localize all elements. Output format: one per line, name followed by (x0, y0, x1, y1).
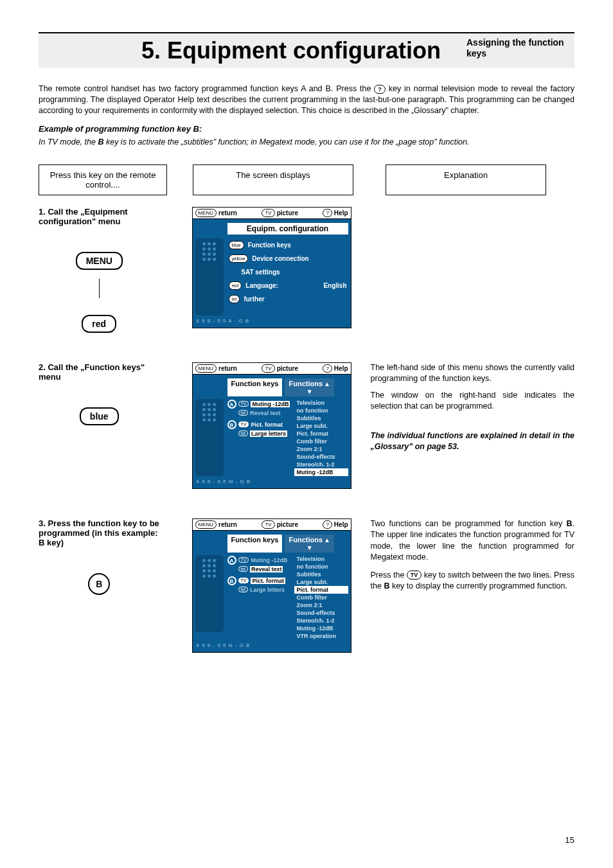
step2-label: 2. Call the „Function keys" menu (39, 362, 160, 382)
title-banner: 5. Equipment configuration Assigning the… (39, 32, 574, 68)
column-headers: Press this key on the remote control....… (39, 164, 574, 195)
tv-key-icon: TV (407, 571, 422, 580)
step3-label: 3. Press the function key to be programm… (39, 518, 160, 547)
screen1-title: Equipm. configuration (227, 223, 348, 235)
example-header: Example of programming function key B: (39, 124, 574, 134)
menu-key: MENU (76, 252, 123, 270)
intro-paragraph: The remote control handset has two facto… (39, 84, 574, 116)
step-1: 1. Call the „Equipment configuration" me… (39, 207, 574, 333)
remote-graphic-icon (195, 238, 224, 315)
screen3-code: 6 9 8 - 0 5 N - G B (195, 640, 348, 648)
step3-exp-2: Press the TV key to switch between the t… (371, 570, 574, 592)
screen2-code: 6 9 8 - 0 5 M - G B (195, 476, 348, 484)
arrow-icon (99, 279, 100, 298)
functions-list: Television no function Subtitles Large s… (294, 399, 348, 476)
step3-exp-1: Two functions can be programmed for func… (371, 518, 574, 563)
col-header-mid: The screen displays (193, 164, 353, 195)
page-subtitle: Assigning the function keys (466, 37, 569, 59)
screen-header: MENU return TV picture ? Help (193, 208, 351, 219)
page-title: 5. Equipment configuration (44, 37, 466, 64)
step2-exp-2: The window on the right-hand side indica… (371, 390, 574, 412)
step1-label: 1. Call the „Equipment configuration" me… (39, 207, 160, 226)
step-3: 3. Press the function key to be programm… (39, 518, 574, 653)
screen-3: MENU return TV picture ? Help Function k… (192, 518, 351, 653)
blue-key: blue (80, 407, 119, 425)
b-key: B (88, 573, 110, 595)
remote-graphic-icon (195, 555, 224, 632)
page-number: 15 (565, 835, 574, 845)
panel-functions: Functions▲▼ (285, 535, 333, 553)
col-header-left: Press this key on the remote control.... (39, 164, 167, 195)
step2-exp-1: The left-hand side of this menu shows th… (371, 362, 574, 385)
question-key-icon: ? (374, 85, 386, 94)
screen-1: MENU return TV picture ? Help Equipm. co… (192, 207, 351, 328)
panel-functions: Functions▲▼ (285, 378, 333, 396)
screen-2: MENU return TV picture ? Help Function k… (192, 362, 351, 489)
menu-items: blueFunction keys yellowDevice connectio… (227, 238, 348, 315)
panel-function-keys: Function keys (227, 535, 283, 553)
remote-graphic-icon (195, 399, 224, 476)
functions-list: Television no function Subtitles Large s… (294, 555, 348, 640)
screen1-code: 6 9 8 - 0 5 A - G B (195, 315, 348, 324)
step-2: 2. Call the „Function keys" menu blue ME… (39, 362, 574, 489)
panel-function-keys: Function keys (227, 378, 283, 396)
example-line: In TV mode, the B key is to activate the… (39, 137, 574, 146)
col-header-right: Explanation (386, 164, 546, 195)
step2-exp-3: The individual functions are explained i… (371, 430, 574, 453)
red-key: red (82, 315, 116, 333)
